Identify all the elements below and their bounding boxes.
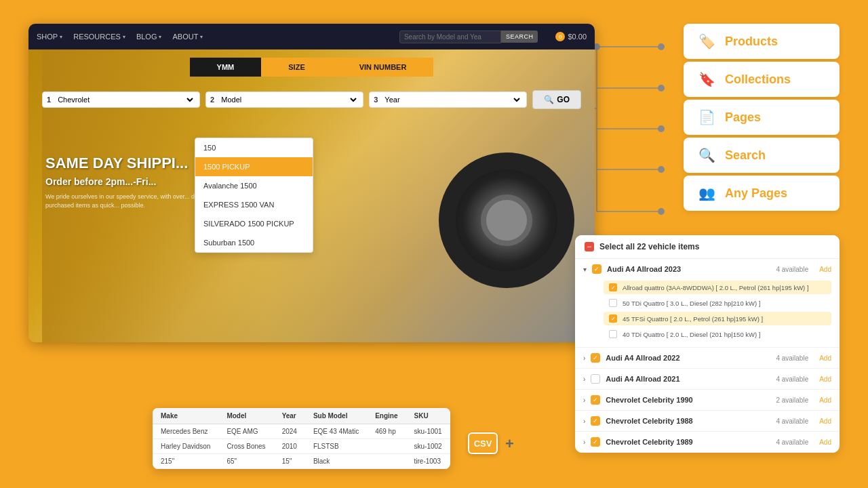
group-checkbox-audi-2023[interactable] — [592, 264, 601, 274]
add-link-chev-1989[interactable]: Add — [819, 439, 831, 446]
shop-nav[interactable]: SHOP ▾ — [37, 33, 62, 41]
col-year: Year — [274, 408, 305, 424]
cell-make-3: 215" — [153, 454, 218, 469]
sub-item-50tdi: 50 TDi Quattro [ 3.0 L., Diesel (282 hp|… — [604, 296, 831, 310]
svg-point-11 — [658, 85, 665, 92]
dropdown-item-1500pickup[interactable]: 1500 PICKUP — [195, 157, 313, 176]
cell-year-1: 2024 — [274, 424, 305, 439]
cell-year-3: 15" — [274, 454, 305, 469]
sub-text-50tdi: 50 TDi Quattro [ 3.0 L., Diesel (282 hp|… — [623, 300, 760, 307]
sub-checkbox-allroad[interactable] — [609, 283, 617, 291]
vehicle-group-audi-2023: ▾ Audi A4 Allroad 2023 4 available Add A… — [575, 259, 840, 348]
vehicle-group-header-chev-1989[interactable]: › Chevrolet Celebrity 1989 4 available A… — [575, 432, 840, 452]
nav-cart[interactable]: 0 $0.00 — [555, 32, 587, 41]
users-icon: 👥 — [698, 185, 715, 201]
col-engine: Engine — [367, 408, 406, 424]
nav-item-pages[interactable]: 📄 Pages — [684, 100, 840, 135]
sub-text-45tfsi: 45 TFSi Quattro [ 2.0 L., Petrol (261 hp… — [623, 315, 763, 323]
vehicle-group-chev-1989: › Chevrolet Celebrity 1989 4 available A… — [575, 432, 840, 453]
tab-vin[interactable]: VIN NUMBER — [332, 58, 434, 77]
nav-item-search[interactable]: 🔍 Search — [684, 138, 840, 173]
svg-point-12 — [658, 125, 665, 132]
group-name-audi-2021: Audi A4 Allroad 2021 — [606, 375, 770, 383]
resources-arrow: ▾ — [123, 34, 125, 40]
resources-label: RESOURCES — [73, 33, 121, 41]
cell-engine-2 — [367, 439, 406, 454]
nav-search-input[interactable] — [399, 30, 501, 43]
sub-checkbox-40tdi[interactable] — [609, 330, 617, 338]
go-label: GO — [557, 95, 570, 104]
group-name-chev-1989: Chevrolet Celebrity 1989 — [606, 438, 770, 446]
group-name-audi-2023: Audi A4 Allroad 2023 — [607, 265, 770, 273]
go-button[interactable]: 🔍 GO — [532, 90, 581, 109]
sub-checkbox-45tfsi[interactable] — [609, 314, 617, 323]
vehicle-group-header-chev-1990[interactable]: › Chevrolet Celebrity 1990 2 available A… — [575, 390, 840, 410]
tab-ymm[interactable]: YMM — [190, 58, 262, 77]
sub-checkbox-50tdi[interactable] — [609, 299, 617, 307]
cart-badge: 0 — [555, 32, 565, 41]
group-checkbox-audi-2022[interactable] — [591, 353, 600, 363]
dropdown-item-express[interactable]: EXPRESS 1500 VAN — [195, 195, 313, 214]
expand-arrow-audi-2022: › — [583, 354, 585, 362]
table-row: 215" 65" 15" Black tire-1003 — [153, 454, 450, 469]
vehicle-group-header-audi-2023[interactable]: ▾ Audi A4 Allroad 2023 4 available Add — [575, 259, 840, 279]
group-checkbox-chev-1989[interactable] — [591, 437, 600, 447]
selectors-row: 1 Chevrolet 2 Model 3 Year 🔍 GO — [42, 90, 581, 109]
dropdown-item-avalanche[interactable]: Avalanche 1500 — [195, 176, 313, 195]
search-nav-icon: 🔍 — [698, 147, 715, 163]
about-arrow: ▾ — [200, 34, 203, 40]
group-available-chev-1989: 4 available — [776, 439, 808, 446]
csv-table-wrap: Make Model Year Sub Model Engine SKU Mer… — [153, 408, 450, 469]
bookmark-icon: 🔖 — [698, 71, 715, 87]
vehicle-group-audi-2022: › Audi A4 Allroad 2022 4 available Add — [575, 348, 840, 369]
add-link-chev-1990[interactable]: Add — [819, 396, 831, 404]
select-all-checkbox[interactable] — [585, 242, 594, 251]
group-name-audi-2022: Audi A4 Allroad 2022 — [606, 354, 770, 362]
resources-nav[interactable]: RESOURCES ▾ — [73, 33, 125, 41]
add-link-audi-2022[interactable]: Add — [819, 354, 831, 362]
cell-submodel-3: Black — [305, 454, 367, 469]
group-available-audi-2021: 4 available — [776, 375, 808, 383]
vehicle-group-header-audi-2022[interactable]: › Audi A4 Allroad 2022 4 available Add — [575, 348, 840, 368]
add-link-chev-1988[interactable]: Add — [819, 418, 831, 425]
collections-label: Collections — [725, 73, 791, 87]
model-select[interactable]: Model — [218, 95, 359, 104]
nav-search-button[interactable]: SEARCH — [501, 30, 538, 43]
year-select[interactable]: Year — [382, 95, 522, 104]
dropdown-item-suburban[interactable]: Suburban 1500 — [195, 233, 313, 252]
make-select[interactable]: Chevrolet — [55, 95, 195, 104]
group-checkbox-chev-1988[interactable] — [591, 416, 600, 426]
about-label: ABOUT — [172, 33, 198, 41]
cell-model-1: EQE AMG — [218, 424, 273, 439]
search-icon: 🔍 — [544, 95, 554, 104]
vehicle-group-chev-1988: › Chevrolet Celebrity 1988 4 available A… — [575, 411, 840, 432]
dropdown-item-150[interactable]: 150 — [195, 138, 313, 157]
cell-submodel-2: FLSTSB — [305, 439, 367, 454]
table-row: Mercedes Benz EQE AMG 2024 EQE 43 4Matic… — [153, 424, 450, 439]
year-selector: 3 Year — [369, 92, 527, 108]
nav-item-products[interactable]: 🏷️ Products — [684, 24, 840, 59]
shop-arrow: ▾ — [60, 34, 62, 40]
table-row: Harley Davidson Cross Bones 2010 FLSTSB … — [153, 439, 450, 454]
tab-size[interactable]: SIZE — [261, 58, 332, 77]
csv-badge[interactable]: CSV — [468, 432, 498, 454]
group-name-chev-1988: Chevrolet Celebrity 1988 — [606, 417, 770, 425]
group-checkbox-chev-1990[interactable] — [591, 395, 600, 405]
sub-text-allroad: Allroad quattro (3AA-8WDDWA) [ 2.0 L., P… — [623, 284, 809, 291]
nav-item-any-pages[interactable]: 👥 Any Pages — [684, 176, 840, 211]
expand-arrow-chev-1988: › — [583, 418, 585, 425]
vehicle-group-header-audi-2021[interactable]: › Audi A4 Allroad 2021 4 available Add — [575, 369, 840, 389]
right-nav-panel: 🏷️ Products 🔖 Collections 📄 Pages 🔍 Sear… — [684, 24, 840, 211]
col-model: Model — [218, 408, 273, 424]
group-checkbox-audi-2021[interactable] — [591, 374, 600, 384]
about-nav[interactable]: ABOUT ▾ — [172, 33, 203, 41]
dropdown-item-silverado[interactable]: SILVERADO 1500 PICKUP — [195, 214, 313, 233]
add-link-audi-2021[interactable]: Add — [819, 375, 831, 383]
blog-nav[interactable]: BLOG ▾ — [136, 33, 162, 41]
nav-item-collections[interactable]: 🔖 Collections — [684, 62, 840, 97]
cell-sku-3: tire-1003 — [406, 454, 450, 469]
sub-text-40tdi: 40 TDi Quattro [ 2.0 L., Diesel (201 hp|… — [623, 331, 760, 338]
add-link-audi-2023[interactable]: Add — [819, 266, 831, 273]
search-label: Search — [725, 148, 766, 163]
vehicle-group-header-chev-1988[interactable]: › Chevrolet Celebrity 1988 4 available A… — [575, 411, 840, 431]
